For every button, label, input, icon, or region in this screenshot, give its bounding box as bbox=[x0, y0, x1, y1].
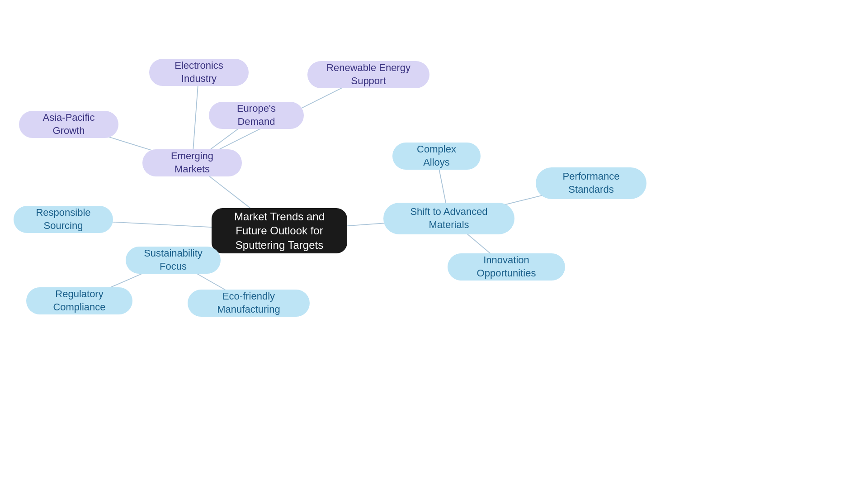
regulatory-compliance-node: Regulatory Compliance bbox=[26, 287, 132, 314]
performance-standards-node: Performance Standards bbox=[536, 167, 646, 199]
europes-demand-node: Europe's Demand bbox=[209, 102, 304, 129]
sustainability-focus-node: Sustainability Focus bbox=[126, 247, 221, 274]
mind-map-connections bbox=[0, 0, 868, 490]
innovation-opportunities-node: Innovation Opportunities bbox=[448, 253, 565, 281]
center-node: Market Trends and Future Outlook for Spu… bbox=[212, 208, 347, 253]
electronics-industry-node: Electronics Industry bbox=[149, 59, 249, 86]
responsible-sourcing-node: Responsible Sourcing bbox=[14, 206, 113, 233]
asia-pacific-growth-node: Asia-Pacific Growth bbox=[19, 111, 118, 138]
shift-advanced-node: Shift to Advanced Materials bbox=[383, 203, 514, 234]
complex-alloys-node: Complex Alloys bbox=[392, 143, 481, 170]
eco-friendly-node: Eco-friendly Manufacturing bbox=[188, 290, 310, 317]
renewable-energy-node: Renewable Energy Support bbox=[307, 61, 429, 88]
emerging-markets-node: Emerging Markets bbox=[142, 149, 242, 176]
